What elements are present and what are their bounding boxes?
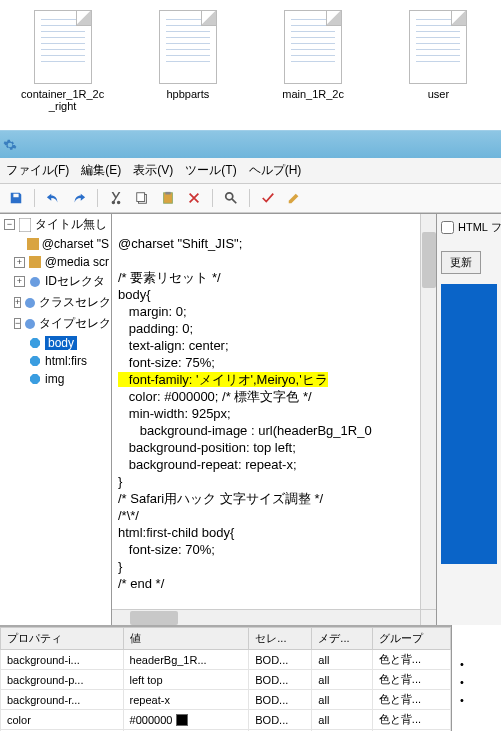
tree-root[interactable]: − タイトル無し <box>0 214 111 235</box>
expand-icon[interactable]: + <box>14 257 25 268</box>
svg-point-4 <box>226 193 233 200</box>
edit-icon[interactable] <box>284 188 304 208</box>
col-selector[interactable]: セレ... <box>249 628 312 650</box>
cut-icon[interactable] <box>106 188 126 208</box>
undo-icon[interactable] <box>43 188 63 208</box>
color-swatch <box>176 714 188 726</box>
paste-icon[interactable] <box>158 188 178 208</box>
folder-icon <box>28 275 42 289</box>
app-icon <box>0 131 20 159</box>
find-icon[interactable] <box>221 188 241 208</box>
tree-label: クラスセレクタ <box>39 294 112 311</box>
tree-item-body[interactable]: body <box>0 334 111 352</box>
file-label: container_1R_2c_right <box>20 88 105 112</box>
redo-icon[interactable] <box>69 188 89 208</box>
folder-icon <box>24 317 36 331</box>
css-tree: − タイトル無し @charset "S + @media scr + IDセレ… <box>0 214 112 625</box>
svg-rect-5 <box>19 218 31 232</box>
tree-item-img[interactable]: img <box>0 370 111 388</box>
tree-charset[interactable]: @charset "S <box>0 235 111 253</box>
at-rule-icon <box>28 255 42 269</box>
property-grid: プロパティ 値 セレ... メデ... グループ background-i...… <box>0 625 451 731</box>
tree-item-html[interactable]: html:firs <box>0 352 111 370</box>
save-icon[interactable] <box>6 188 26 208</box>
svg-rect-13 <box>30 374 40 384</box>
table-row[interactable]: background-r...repeat-xBOD...all色と背... <box>1 690 451 710</box>
tree-label: @charset "S <box>42 237 109 251</box>
svg-point-9 <box>25 298 35 308</box>
menu-view[interactable]: 表示(V) <box>133 162 173 179</box>
refresh-button[interactable]: 更新 <box>441 251 481 274</box>
side-bullets: ••• <box>451 625 501 731</box>
code-editor[interactable]: @charset "Shift_JIS"; /* 要素リセット */ body{… <box>112 214 436 625</box>
col-property[interactable]: プロパティ <box>1 628 124 650</box>
file-icon[interactable]: hpbparts <box>145 10 230 130</box>
file-label: main_1R_2c <box>282 88 344 100</box>
svg-point-10 <box>25 319 35 329</box>
selector-icon <box>28 372 42 386</box>
tree-label: タイプセレクタ <box>39 315 112 332</box>
tree-media[interactable]: + @media scr <box>0 253 111 271</box>
menubar: ファイル(F) 編集(E) 表示(V) ツール(T) ヘルプ(H) <box>0 158 501 184</box>
col-group[interactable]: グループ <box>372 628 450 650</box>
toolbar <box>0 184 501 213</box>
tree-label: @media scr <box>45 255 109 269</box>
file-icon[interactable]: user <box>396 10 481 130</box>
table-row[interactable]: color#000000BOD...all色と背... <box>1 710 451 730</box>
svg-rect-11 <box>30 338 40 348</box>
tree-label: html:firs <box>45 354 87 368</box>
tree-label: body <box>45 336 77 350</box>
tree-id-selectors[interactable]: + IDセレクタ <box>0 271 111 292</box>
highlighted-line: font-family: 'メイリオ',Meiryo,'ヒラ <box>118 372 328 387</box>
tree-class-selectors[interactable]: + クラスセレクタ <box>0 292 111 313</box>
svg-rect-1 <box>137 193 145 202</box>
html-file-checkbox[interactable]: HTML ファ <box>441 220 497 235</box>
preview-panel: HTML ファ 更新 <box>436 214 501 625</box>
svg-rect-12 <box>30 356 40 366</box>
menu-tools[interactable]: ツール(T) <box>185 162 236 179</box>
menu-edit[interactable]: 編集(E) <box>81 162 121 179</box>
file-icon[interactable]: container_1R_2c_right <box>20 10 105 130</box>
file-label: user <box>428 88 449 100</box>
tree-type-selectors[interactable]: − タイプセレクタ <box>0 313 111 334</box>
svg-rect-7 <box>29 256 41 268</box>
checkbox[interactable] <box>441 221 454 234</box>
copy-icon[interactable] <box>132 188 152 208</box>
tree-label: img <box>45 372 64 386</box>
delete-icon[interactable] <box>184 188 204 208</box>
col-media[interactable]: メデ... <box>312 628 373 650</box>
window-titlebar <box>0 130 501 158</box>
file-icon[interactable]: main_1R_2c <box>271 10 356 130</box>
vertical-scrollbar[interactable] <box>420 214 436 609</box>
collapse-icon[interactable]: − <box>14 318 21 329</box>
col-value[interactable]: 値 <box>123 628 249 650</box>
tree-label: IDセレクタ <box>45 273 105 290</box>
tree-label: タイトル無し <box>35 216 107 233</box>
at-rule-icon <box>27 237 39 251</box>
table-row[interactable]: background-i...headerBg_1R...BOD...all色と… <box>1 650 451 670</box>
expand-icon[interactable]: + <box>14 297 21 308</box>
scroll-corner <box>420 609 436 625</box>
selector-icon <box>28 354 42 368</box>
menu-file[interactable]: ファイル(F) <box>6 162 69 179</box>
collapse-icon[interactable]: − <box>4 219 15 230</box>
checkbox-label: HTML ファ <box>458 220 501 235</box>
svg-rect-6 <box>27 238 39 250</box>
svg-point-8 <box>30 277 40 287</box>
expand-icon[interactable]: + <box>14 276 25 287</box>
file-label: hpbparts <box>166 88 209 100</box>
explorer-thumbnails: container_1R_2c_right hpbparts main_1R_2… <box>0 0 501 130</box>
preview-area <box>441 284 497 564</box>
svg-rect-3 <box>165 192 170 195</box>
folder-icon <box>24 296 36 310</box>
document-icon <box>18 218 32 232</box>
selector-icon <box>28 336 42 350</box>
menu-help[interactable]: ヘルプ(H) <box>249 162 302 179</box>
check-icon[interactable] <box>258 188 278 208</box>
horizontal-scrollbar[interactable] <box>112 609 420 625</box>
table-row[interactable]: background-p...left topBOD...all色と背... <box>1 670 451 690</box>
